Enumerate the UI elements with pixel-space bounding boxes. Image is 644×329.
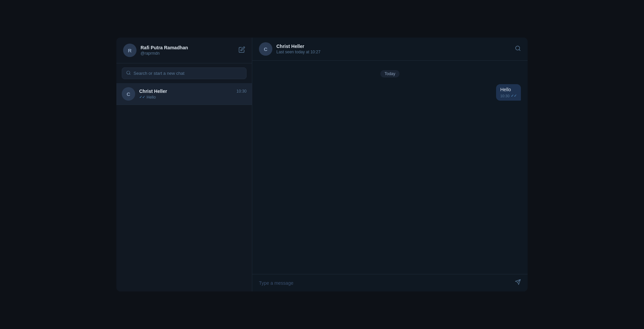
message-meta: 10:30 ✓✓ [500, 94, 517, 98]
current-user-handle: @raprmdn [141, 51, 188, 56]
app-container: R Rafi Putra Ramadhan @raprmdn [116, 38, 528, 291]
search-wrapper [122, 67, 247, 79]
read-check-icon: ✓✓ [139, 95, 145, 99]
chat-list: C Christ Heller 10:30 ✓✓ Hello [116, 83, 252, 291]
user-info: R Rafi Putra Ramadhan @raprmdn [123, 44, 188, 57]
message-row: Hello 10:30 ✓✓ [259, 84, 521, 101]
search-input[interactable] [133, 71, 242, 76]
last-seen: Last seen today at 10:27 [276, 50, 320, 54]
send-button[interactable] [515, 279, 521, 287]
current-user-name: Rafi Putra Ramadhan [141, 45, 188, 50]
message-read-icon: ✓✓ [511, 94, 517, 98]
left-panel: R Rafi Putra Ramadhan @raprmdn [116, 38, 252, 291]
message-time: 10:30 [500, 94, 509, 98]
new-chat-button[interactable] [238, 46, 245, 55]
message-input-area [252, 274, 528, 291]
search-icon [126, 70, 131, 76]
current-user-avatar: R [123, 44, 137, 57]
chat-info: Christ Heller 10:30 ✓✓ Hello [139, 89, 247, 100]
contact-avatar: C [259, 42, 272, 56]
date-divider: Today [259, 70, 521, 77]
header-search-button[interactable] [515, 45, 521, 53]
user-header: R Rafi Putra Ramadhan @raprmdn [116, 38, 252, 63]
chat-header-info: C Christ Heller Last seen today at 10:27 [259, 42, 320, 56]
date-badge: Today [380, 70, 399, 77]
contact-details: Christ Heller Last seen today at 10:27 [276, 44, 320, 54]
chat-top-row: Christ Heller 10:30 [139, 89, 247, 94]
chat-item[interactable]: C Christ Heller 10:30 ✓✓ Hello [116, 83, 252, 105]
chat-preview: ✓✓ Hello [139, 95, 247, 100]
message-input[interactable] [259, 280, 511, 286]
search-container [116, 63, 252, 83]
chat-avatar: C [122, 87, 135, 101]
svg-line-3 [519, 49, 520, 50]
contact-name: Christ Heller [276, 44, 320, 49]
right-panel: C Christ Heller Last seen today at 10:27… [252, 38, 528, 291]
chat-name: Christ Heller [139, 89, 167, 94]
message-text: Hello [500, 87, 517, 92]
chat-time: 10:30 [236, 89, 247, 94]
svg-line-1 [129, 74, 130, 75]
chat-header: C Christ Heller Last seen today at 10:27 [252, 38, 528, 61]
current-user-details: Rafi Putra Ramadhan @raprmdn [141, 45, 188, 56]
messages-area: Today Hello 10:30 ✓✓ [252, 61, 528, 274]
message-bubble: Hello 10:30 ✓✓ [496, 84, 521, 101]
